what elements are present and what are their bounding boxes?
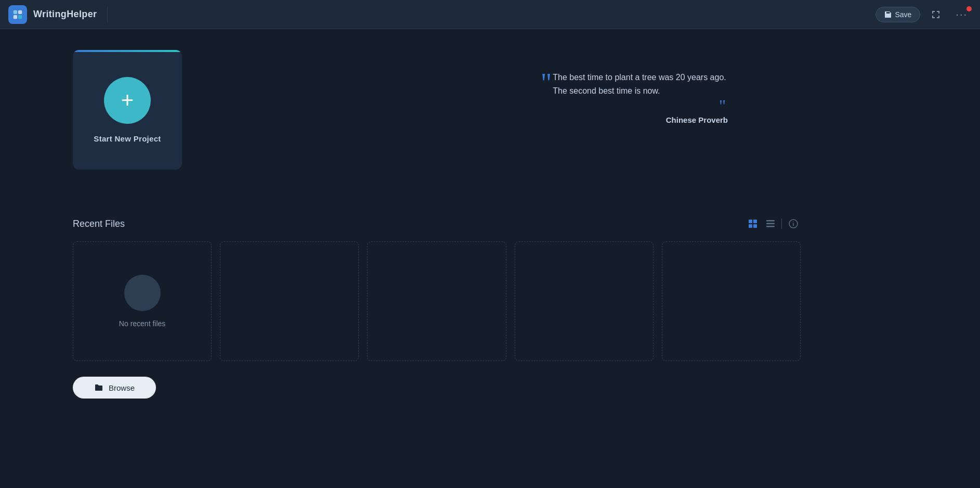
- file-card-placeholder-4: [515, 241, 654, 361]
- no-recent-files-text: No recent files: [119, 319, 165, 328]
- svg-rect-7: [753, 224, 757, 228]
- browse-icon: [94, 383, 103, 392]
- view-divider: [781, 219, 782, 229]
- svg-rect-10: [766, 226, 775, 227]
- header-right: Save ···: [876, 6, 972, 22]
- notification-dot: [966, 6, 972, 11]
- svg-rect-2: [14, 15, 17, 18]
- svg-rect-9: [766, 223, 775, 225]
- fullscreen-button[interactable]: [926, 7, 945, 22]
- save-icon: [884, 11, 892, 18]
- browse-section: Browse: [73, 377, 801, 399]
- file-card-placeholder-5: [662, 241, 801, 361]
- svg-rect-0: [14, 10, 17, 14]
- svg-rect-5: [753, 220, 757, 223]
- new-project-label: Start New Project: [94, 134, 161, 143]
- list-view-button[interactable]: [764, 217, 777, 230]
- quote-open-mark: ": [541, 73, 552, 93]
- app-logo-icon: [8, 5, 27, 24]
- fullscreen-icon: [931, 9, 941, 20]
- browse-button[interactable]: Browse: [73, 377, 156, 399]
- svg-rect-8: [766, 220, 775, 222]
- save-button[interactable]: Save: [876, 7, 920, 22]
- plus-icon: +: [121, 89, 134, 111]
- header-left: WritingHelper: [8, 5, 108, 24]
- quote-close-row: ": [541, 99, 728, 113]
- svg-rect-6: [749, 224, 752, 228]
- new-project-card[interactable]: + Start New Project: [73, 50, 182, 170]
- more-icon: ···: [956, 8, 968, 20]
- file-card-placeholder-2: [220, 241, 359, 361]
- svg-rect-3: [18, 15, 22, 18]
- app-header: WritingHelper Save ···: [0, 0, 980, 29]
- header-divider: [107, 7, 108, 22]
- more-options-button[interactable]: ···: [951, 6, 972, 22]
- quote-section: " The best time to plant a tree was 20 y…: [541, 71, 728, 124]
- svg-point-13: [793, 222, 794, 223]
- plus-circle: +: [104, 77, 151, 124]
- app-title: WritingHelper: [33, 9, 97, 20]
- files-grid: No recent files: [73, 241, 801, 361]
- recent-files-header: Recent Files: [73, 216, 801, 231]
- quote-close-mark: ": [719, 99, 726, 113]
- quote-attribution: Chinese Proverb: [541, 115, 728, 124]
- recent-files-title: Recent Files: [73, 219, 125, 229]
- top-row: + Start New Project " The best time to p…: [73, 50, 801, 190]
- recent-files-section: Recent Files: [73, 216, 801, 361]
- list-view-icon: [766, 219, 775, 228]
- svg-rect-1: [18, 10, 22, 14]
- grid-view-button[interactable]: [746, 217, 760, 230]
- grid-view-icon: [748, 219, 757, 228]
- info-button[interactable]: [786, 216, 801, 231]
- file-card-placeholder-3: [367, 241, 506, 361]
- file-placeholder-icon: [124, 275, 161, 311]
- svg-rect-4: [749, 220, 752, 223]
- quote-body: " The best time to plant a tree was 20 y…: [541, 71, 728, 98]
- main-content: + Start New Project " The best time to p…: [0, 29, 832, 419]
- file-card-empty: No recent files: [73, 241, 212, 361]
- info-icon: [788, 219, 799, 229]
- view-controls: [746, 216, 801, 231]
- quote-text: The best time to plant a tree was 20 yea…: [553, 71, 728, 98]
